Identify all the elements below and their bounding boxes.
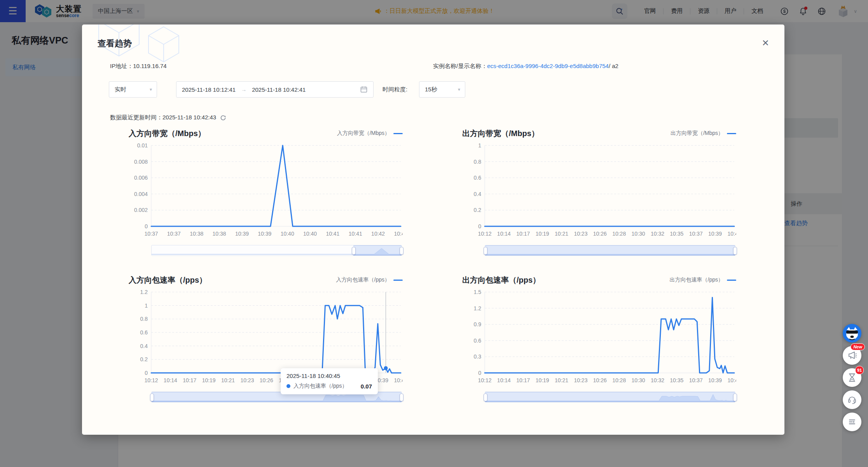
date-end-value: 2025-11-18 10:42:41 bbox=[252, 86, 306, 93]
datazoom-selection[interactable] bbox=[353, 245, 402, 255]
chevron-down-icon: ▾ bbox=[150, 87, 152, 92]
date-range-picker[interactable]: 2025-11-18 10:12:41 → 2025-11-18 10:42:4… bbox=[176, 81, 374, 98]
svg-text:0.008: 0.008 bbox=[134, 159, 148, 165]
time-controls: 实时 ▾ 2025-11-18 10:12:41 → 2025-11-18 10… bbox=[82, 81, 784, 98]
svg-text:1: 1 bbox=[478, 142, 481, 149]
chevron-down-icon: ▾ bbox=[458, 87, 460, 92]
svg-text:0.4: 0.4 bbox=[140, 343, 148, 349]
datazoom-selection[interactable] bbox=[485, 245, 735, 255]
svg-text:0.3: 0.3 bbox=[474, 353, 482, 360]
svg-text:10:28: 10:28 bbox=[612, 377, 626, 383]
datazoom-slider[interactable] bbox=[485, 392, 735, 402]
new-badge: New bbox=[851, 343, 865, 350]
instance-label: 实例名称/显示名称： bbox=[433, 63, 487, 69]
instance-id-link[interactable]: ecs-ecd1c36a-9996-4dc2-9db9-e5d8abb9b754 bbox=[487, 63, 609, 69]
legend-label: 出方向包速率（/pps） bbox=[670, 276, 723, 283]
legend-line-marker bbox=[393, 133, 403, 134]
svg-text:0: 0 bbox=[478, 223, 481, 229]
datazoom-handle-right[interactable] bbox=[733, 247, 737, 255]
svg-text:10:40: 10:40 bbox=[303, 231, 317, 237]
legend-item[interactable]: 入方向带宽（/Mbps） bbox=[337, 130, 403, 137]
chart-title: 出方向包速率（/pps） bbox=[462, 275, 540, 285]
legend-item[interactable]: 入方向包速率（/pps） bbox=[336, 276, 403, 283]
svg-text:0.2: 0.2 bbox=[140, 356, 148, 362]
chart-inbound-bandwidth: 入方向带宽（/Mbps） 入方向带宽（/Mbps） 00.0020.0040.0… bbox=[129, 128, 403, 256]
svg-text:10:41: 10:41 bbox=[326, 231, 339, 237]
svg-text:10:23: 10:23 bbox=[574, 377, 587, 383]
svg-text:0.002: 0.002 bbox=[134, 207, 148, 213]
tooltip-series-label: 入方向包速率（/pps） bbox=[293, 383, 347, 390]
datazoom-slider[interactable] bbox=[151, 245, 402, 256]
svg-text:1: 1 bbox=[145, 303, 148, 309]
svg-text:10:26: 10:26 bbox=[593, 231, 607, 237]
instance-display-name: / a2 bbox=[609, 63, 618, 69]
svg-text:10:23: 10:23 bbox=[574, 231, 587, 237]
granularity-select[interactable]: 15秒 ▾ bbox=[419, 81, 465, 98]
datazoom-handle-left[interactable] bbox=[352, 247, 356, 255]
svg-text:10:14: 10:14 bbox=[497, 377, 511, 383]
legend-item[interactable]: 出方向带宽（/Mbps） bbox=[671, 130, 736, 137]
collapse-menu-icon bbox=[847, 417, 857, 427]
tooltip-value: 0.07 bbox=[361, 383, 372, 390]
svg-text:0.004: 0.004 bbox=[134, 191, 148, 197]
svg-text:0.8: 0.8 bbox=[140, 316, 148, 322]
line-chart[interactable]: 00.30.60.91.21.510:1210:1410:1710:1910:2… bbox=[462, 287, 736, 388]
svg-text:10:32: 10:32 bbox=[651, 231, 664, 237]
svg-text:10:30: 10:30 bbox=[632, 377, 645, 383]
svg-text:10:40: 10:40 bbox=[281, 231, 294, 237]
svg-text:10:42: 10:42 bbox=[394, 231, 403, 237]
collapse-panel-button[interactable] bbox=[843, 413, 861, 431]
datazoom-handle-right[interactable] bbox=[733, 394, 737, 401]
datazoom-handle-left[interactable] bbox=[150, 394, 154, 401]
assistant-mascot-button[interactable] bbox=[843, 324, 861, 343]
legend-label: 入方向包速率（/pps） bbox=[336, 276, 390, 283]
tooltip-time: 2025-11-18 10:40:45 bbox=[286, 373, 372, 379]
line-chart[interactable]: 00.20.40.60.8110:1210:1410:1710:1910:211… bbox=[462, 141, 736, 241]
ip-address: IP地址：10.119.16.74 bbox=[110, 63, 167, 70]
svg-text:10:41: 10:41 bbox=[727, 377, 736, 383]
whats-new-button[interactable]: New bbox=[843, 346, 861, 365]
refresh-icon[interactable] bbox=[220, 114, 227, 121]
datazoom-handle-left[interactable] bbox=[484, 247, 487, 255]
svg-text:0.9: 0.9 bbox=[474, 321, 482, 327]
chart-tooltip: 2025-11-18 10:40:45 入方向包速率（/pps） 0.07 bbox=[281, 368, 378, 394]
svg-text:10:12: 10:12 bbox=[478, 377, 491, 383]
svg-text:10:39: 10:39 bbox=[708, 231, 722, 237]
svg-text:10:37: 10:37 bbox=[689, 231, 703, 237]
svg-text:0.6: 0.6 bbox=[474, 175, 482, 181]
svg-text:10:35: 10:35 bbox=[670, 231, 683, 237]
close-icon[interactable]: × bbox=[762, 37, 769, 49]
datazoom-handle-right[interactable] bbox=[400, 247, 403, 255]
date-start-value: 2025-11-18 10:12:41 bbox=[182, 86, 236, 93]
time-mode-select[interactable]: 实时 ▾ bbox=[109, 81, 157, 98]
support-button[interactable] bbox=[843, 390, 861, 409]
pending-tasks-button[interactable]: 91 bbox=[843, 368, 861, 387]
legend-label: 入方向带宽（/Mbps） bbox=[337, 130, 390, 137]
svg-text:0.01: 0.01 bbox=[137, 142, 148, 149]
svg-text:0.6: 0.6 bbox=[474, 338, 482, 344]
chart-outbound-pps: 出方向包速率（/pps） 出方向包速率（/pps） 00.30.60.91.21… bbox=[462, 274, 736, 402]
datazoom-slider[interactable] bbox=[485, 245, 735, 256]
svg-text:10:26: 10:26 bbox=[260, 377, 273, 383]
svg-text:10:17: 10:17 bbox=[183, 377, 196, 383]
svg-text:1.2: 1.2 bbox=[474, 305, 482, 311]
svg-text:0.006: 0.006 bbox=[134, 175, 148, 181]
datazoom-selection[interactable] bbox=[485, 392, 735, 402]
legend-line-marker bbox=[727, 280, 736, 281]
calendar-icon bbox=[360, 86, 368, 93]
chart-title: 入方向包速率（/pps） bbox=[129, 275, 207, 285]
datazoom-handle-right[interactable] bbox=[400, 394, 403, 401]
legend-label: 出方向带宽（/Mbps） bbox=[671, 130, 723, 137]
updated-label: 数据最近更新时间： bbox=[110, 114, 162, 121]
svg-text:0.4: 0.4 bbox=[474, 191, 482, 197]
svg-text:10:23: 10:23 bbox=[240, 377, 254, 383]
legend-item[interactable]: 出方向包速率（/pps） bbox=[670, 276, 736, 283]
datazoom-handle-left[interactable] bbox=[484, 394, 487, 401]
view-trend-modal: 查看趋势 × IP地址：10.119.16.74 实例名称/显示名称：ecs-e… bbox=[82, 24, 784, 435]
dog-mascot-icon bbox=[843, 324, 861, 343]
svg-text:10:41: 10:41 bbox=[349, 231, 362, 237]
svg-text:10:12: 10:12 bbox=[478, 231, 491, 237]
line-chart[interactable]: 00.0020.0040.0060.0080.0110:3710:3710:38… bbox=[129, 141, 403, 241]
svg-text:10:39: 10:39 bbox=[258, 231, 271, 237]
svg-text:10:19: 10:19 bbox=[536, 377, 549, 383]
